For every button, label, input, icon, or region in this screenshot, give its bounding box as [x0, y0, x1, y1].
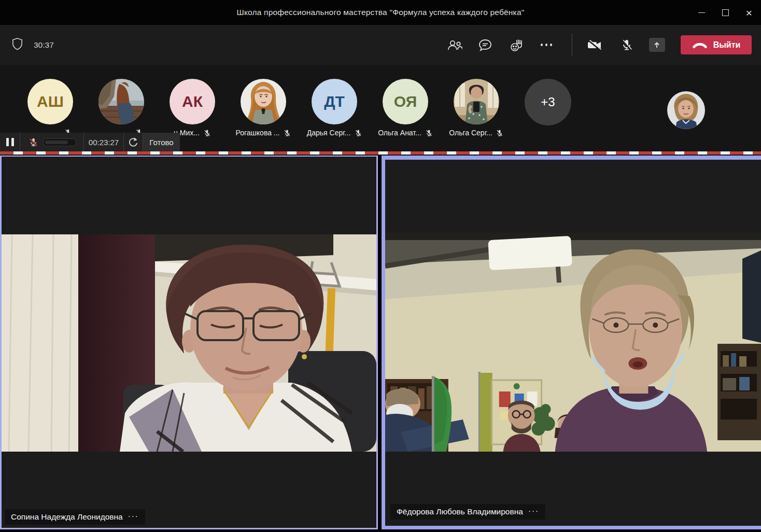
- done-button[interactable]: Готово: [143, 133, 180, 151]
- toolbar-divider: [572, 34, 572, 56]
- camera-toggle-button[interactable]: [587, 25, 602, 65]
- minimize-icon: [698, 12, 705, 13]
- pause-button[interactable]: [0, 133, 20, 151]
- pause-icon: [6, 138, 9, 146]
- camera-off-icon: [587, 39, 602, 51]
- playback-time: 00:23:27: [84, 133, 124, 151]
- participant-name: Рогашкова ...: [235, 129, 279, 137]
- participant-overflow[interactable]: +3: [525, 79, 570, 125]
- replay-button[interactable]: [124, 133, 143, 151]
- avatar-initials[interactable]: ОЯ: [383, 79, 428, 124]
- mic-off-icon: [621, 39, 632, 51]
- mic-off-icon: [496, 129, 504, 137]
- mic-muted-icon[interactable]: [28, 137, 39, 148]
- hang-up-icon: [692, 41, 708, 49]
- chat-button[interactable]: [477, 25, 493, 65]
- participant-name: Ольга Анат...: [378, 129, 421, 137]
- volume-slider[interactable]: [43, 138, 76, 146]
- chat-icon: [478, 38, 492, 52]
- volume-section: [20, 133, 84, 151]
- leave-call-button[interactable]: Выйти: [681, 35, 752, 54]
- reactions-button[interactable]: [508, 25, 525, 65]
- avatar-initials[interactable]: ДТ: [312, 79, 357, 124]
- title-bar: Школа профессионального мастерства "Форм…: [0, 0, 761, 25]
- participants-button[interactable]: [446, 25, 463, 65]
- avatar-photo[interactable]: [98, 79, 144, 124]
- video-tile-2[interactable]: Фёдорова Любовь Владимировна ···: [382, 155, 761, 529]
- mic-off-icon: [354, 129, 362, 137]
- tile-name: Фёдорова Любовь Владимировна: [397, 507, 523, 516]
- more-icon[interactable]: ···: [528, 507, 539, 517]
- participant-tile[interactable]: АШ: [27, 79, 73, 125]
- people-icon: [447, 39, 462, 51]
- mic-off-icon: [284, 129, 291, 137]
- close-button[interactable]: ×: [737, 0, 761, 25]
- self-avatar[interactable]: [667, 91, 705, 129]
- more-options-button[interactable]: [539, 25, 554, 65]
- share-button[interactable]: [648, 25, 666, 65]
- close-icon: ×: [746, 7, 752, 18]
- participant-tile[interactable]: Ольга Серг...: [454, 79, 499, 125]
- more-icon[interactable]: ···: [128, 512, 139, 523]
- bottom-edge: [0, 529, 761, 532]
- screen-share-frame: [0, 151, 761, 155]
- avatar-initials[interactable]: АК: [170, 79, 215, 124]
- participant-name: Ольга Серг...: [449, 129, 492, 137]
- participant-tile[interactable]: АК н Мих...: [170, 79, 215, 125]
- replay-icon: [128, 137, 138, 147]
- avatar-initials[interactable]: АШ: [27, 79, 73, 124]
- teams-call-window: Школа профессионального мастерства "Форм…: [0, 0, 761, 532]
- participant-tile[interactable]: ОЯ Ольга Анат...: [383, 79, 428, 125]
- video-feed-2: [385, 233, 761, 452]
- mic-off-icon: [425, 129, 433, 137]
- share-icon: [649, 38, 665, 52]
- more-icon: [541, 44, 543, 46]
- window-controls: ×: [689, 0, 761, 25]
- participant-tile[interactable]: Рогашкова ...: [241, 79, 286, 125]
- participant-name-label: Сопина Надежда Леонидовна ···: [5, 509, 145, 525]
- avatar-photo[interactable]: [241, 79, 286, 124]
- overflow-count[interactable]: +3: [525, 79, 571, 125]
- shield-icon[interactable]: [11, 37, 23, 52]
- call-toolbar: 30:37 Выйти: [0, 25, 761, 65]
- participant-name: Дарья Серг...: [307, 129, 351, 137]
- maximize-button[interactable]: [713, 0, 737, 25]
- maximize-icon: [722, 9, 729, 16]
- video-tile-1[interactable]: Сопина Надежда Леонидовна ···: [0, 155, 378, 529]
- video-feed-1: [2, 234, 376, 452]
- window-title: Школа профессионального мастерства "Форм…: [0, 0, 761, 25]
- mic-toggle-button[interactable]: [620, 25, 633, 65]
- participant-name-label: Фёдорова Любовь Владимировна ···: [390, 504, 545, 520]
- call-timer: 30:37: [34, 40, 54, 50]
- tile-name: Сопина Надежда Леонидовна: [11, 512, 123, 522]
- reactions-icon: [509, 38, 524, 52]
- avatar-photo[interactable]: [454, 79, 499, 124]
- participant-tile[interactable]: [98, 79, 144, 125]
- participant-tile[interactable]: ДТ Дарья Серг...: [312, 79, 357, 125]
- leave-label: Выйти: [713, 40, 741, 50]
- mic-off-icon: [203, 129, 211, 137]
- media-control-bar: 00:23:27 Готово: [0, 133, 180, 151]
- minimize-button[interactable]: [689, 0, 713, 25]
